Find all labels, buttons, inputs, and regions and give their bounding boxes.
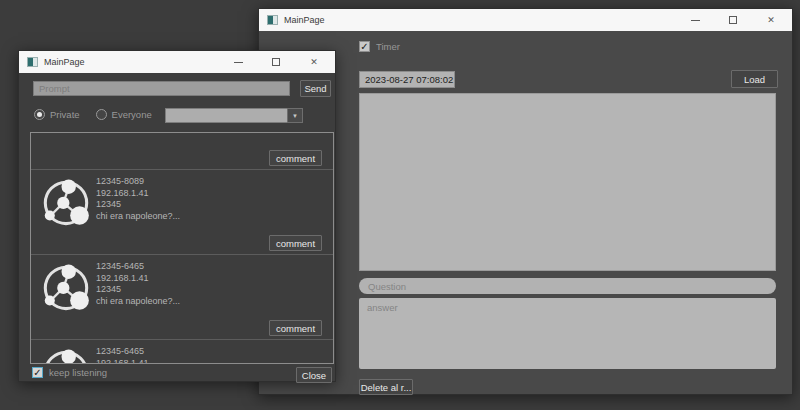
chevron-down-icon[interactable]: ▼ xyxy=(287,108,303,123)
comment-button[interactable]: comment xyxy=(269,320,322,336)
window-main-front: MainPage ✕ Prompt Send Private Everyone … xyxy=(18,50,336,382)
timer-checkbox[interactable]: ✓ Timer xyxy=(359,41,400,52)
minimize-icon[interactable] xyxy=(227,54,249,70)
checkbox-check-icon[interactable]: ✓ xyxy=(32,367,43,378)
comment-button[interactable]: comment xyxy=(269,235,322,251)
window-main-back: MainPage ✕ ✓ Timer 2023-08-27 07:08:02 L… xyxy=(258,8,793,395)
radio-private[interactable] xyxy=(34,109,45,120)
recipient-combobox[interactable]: ▼ xyxy=(165,108,303,123)
checkbox-check-icon[interactable]: ✓ xyxy=(359,41,370,52)
network-nodes-icon xyxy=(39,175,93,229)
question-input[interactable]: Question xyxy=(359,278,776,294)
message-id: 12345-8089 xyxy=(96,176,180,188)
app-icon xyxy=(267,15,278,25)
network-nodes-icon xyxy=(39,260,93,314)
list-item[interactable]: 12345-8089 192.168.1.41 12345 chi era na… xyxy=(31,170,333,255)
keep-listening-checkbox[interactable]: ✓ keep listening xyxy=(32,367,324,378)
message-ip: 192.168.1.41 xyxy=(96,188,180,200)
message-ip: 192.168.1.41 xyxy=(96,273,180,285)
app-icon xyxy=(27,57,38,67)
window-title: MainPage xyxy=(284,15,325,25)
network-nodes-icon xyxy=(97,132,151,148)
maximize-icon[interactable] xyxy=(265,54,287,70)
maximize-icon[interactable] xyxy=(722,12,744,28)
answer-textarea[interactable]: answer xyxy=(359,298,776,369)
back-window-client: ✓ Timer 2023-08-27 07:08:02 Load Questio… xyxy=(259,31,792,394)
delete-button[interactable]: Delete al r... xyxy=(359,379,413,395)
prompt-input[interactable]: Prompt xyxy=(33,81,290,96)
combobox-value xyxy=(165,108,287,123)
log-display-area[interactable] xyxy=(359,93,776,271)
send-button[interactable]: Send xyxy=(300,80,331,97)
close-button[interactable]: Close xyxy=(296,367,332,383)
datetime-value: 2023-08-27 07:08:02 xyxy=(365,74,453,85)
front-window-client: Prompt Send Private Everyone ▼ comment xyxy=(19,73,335,381)
message-id: 12345-6465 xyxy=(96,346,180,358)
list-item[interactable]: 12345-6465 192.168.1.41 12345 chi era na… xyxy=(31,255,333,340)
window-title: MainPage xyxy=(44,57,85,67)
everyone-label: Everyone xyxy=(112,109,152,120)
message-port: 12345 xyxy=(96,284,180,296)
message-text: chi era napoleone?... xyxy=(96,211,180,223)
answer-placeholder: answer xyxy=(367,302,398,313)
keep-listening-label: keep listening xyxy=(49,367,107,378)
message-text: chi era napoleone?... xyxy=(96,296,180,308)
message-ip: 192.168.1.41 xyxy=(96,358,180,365)
titlebar-front[interactable]: MainPage ✕ xyxy=(19,51,335,73)
load-button[interactable]: Load xyxy=(731,70,778,88)
question-placeholder: Question xyxy=(368,281,406,292)
titlebar-back[interactable]: MainPage ✕ xyxy=(259,9,792,31)
message-id: 12345-6465 xyxy=(96,261,180,273)
list-item[interactable]: comment xyxy=(31,132,333,170)
datetime-field[interactable]: 2023-08-27 07:08:02 xyxy=(359,71,455,88)
radio-everyone[interactable] xyxy=(96,109,107,120)
private-label: Private xyxy=(50,109,80,120)
comment-button[interactable]: comment xyxy=(269,150,322,166)
prompt-placeholder: Prompt xyxy=(39,83,70,94)
network-nodes-icon xyxy=(39,345,93,364)
minimize-icon[interactable] xyxy=(684,12,706,28)
list-item[interactable]: 12345-6465 192.168.1.41 12345 chi era na… xyxy=(31,340,333,364)
close-icon[interactable]: ✕ xyxy=(303,54,325,70)
message-port: 12345 xyxy=(96,199,180,211)
timer-label: Timer xyxy=(376,41,400,52)
close-icon[interactable]: ✕ xyxy=(760,12,782,28)
message-list[interactable]: comment 12345-8089 192.168.1.41 12345 ch… xyxy=(30,132,334,364)
